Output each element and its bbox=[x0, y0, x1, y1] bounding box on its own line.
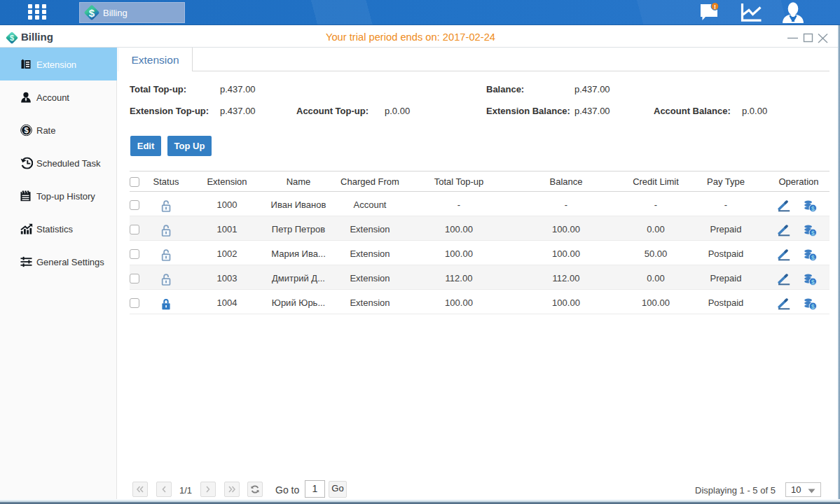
svg-text:$: $ bbox=[811, 278, 815, 285]
svg-text:$: $ bbox=[811, 253, 815, 260]
svg-text:!: ! bbox=[714, 4, 716, 10]
svg-text:$: $ bbox=[811, 302, 815, 309]
svg-text:$: $ bbox=[89, 7, 95, 19]
svg-text:$: $ bbox=[24, 126, 28, 134]
svg-text:$: $ bbox=[811, 229, 815, 236]
svg-text:$: $ bbox=[811, 204, 815, 211]
